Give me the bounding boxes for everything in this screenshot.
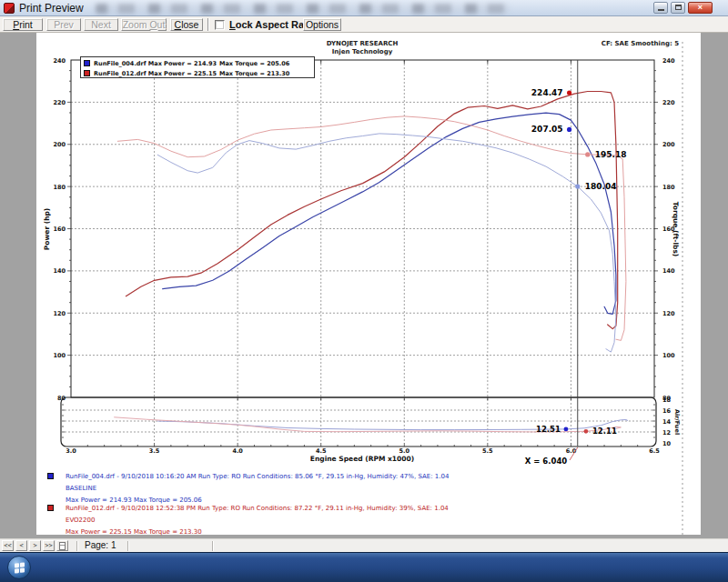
svg-text:140: 140 bbox=[53, 267, 66, 275]
close-preview-button[interactable]: Close bbox=[170, 18, 203, 31]
svg-text:140: 140 bbox=[662, 267, 675, 275]
svg-text:224.47: 224.47 bbox=[531, 88, 563, 97]
start-button[interactable] bbox=[7, 556, 31, 579]
legend-swatch-red bbox=[84, 70, 90, 76]
title-bar: Print Preview × bbox=[0, 0, 728, 16]
windows-flag-icon bbox=[15, 562, 25, 573]
svg-text:16: 16 bbox=[662, 407, 672, 415]
svg-text:3.0: 3.0 bbox=[66, 447, 76, 455]
cursor-x-label: X = 6.040 bbox=[525, 457, 568, 466]
svg-text:12.51: 12.51 bbox=[536, 425, 561, 434]
svg-text:195.18: 195.18 bbox=[595, 150, 627, 159]
close-window-button[interactable]: × bbox=[688, 2, 713, 14]
svg-text:220: 220 bbox=[662, 99, 675, 106]
svg-text:200: 200 bbox=[53, 141, 66, 148]
run-details-text: RunFile_004.drf - 9/10/2018 10:16:20 AM … bbox=[66, 471, 449, 507]
svg-text:180: 180 bbox=[53, 184, 66, 191]
svg-text:3.5: 3.5 bbox=[149, 447, 160, 455]
svg-text:4.0: 4.0 bbox=[232, 447, 243, 455]
next-page-button[interactable]: > bbox=[29, 540, 41, 551]
dyno-chart: DYNOJET RESEARCH Injen Technology CF: SA… bbox=[36, 33, 701, 535]
legend-row-evo2200: RunFile_012.drf Max Power = 225.15 Max T… bbox=[81, 69, 314, 78]
maximize-button[interactable] bbox=[671, 2, 685, 14]
svg-text:100: 100 bbox=[662, 352, 675, 359]
svg-text:18: 18 bbox=[662, 396, 672, 404]
run-swatch-red bbox=[47, 505, 54, 511]
svg-text:160: 160 bbox=[662, 226, 675, 233]
lock-aspect-ratio-checkbox[interactable] bbox=[215, 20, 225, 30]
preview-area: DYNOJET RESEARCH Injen Technology CF: SA… bbox=[0, 33, 728, 538]
run-details-text: RunFile_012.drf - 9/10/2018 12:52:38 PM … bbox=[66, 503, 449, 538]
report-page: DYNOJET RESEARCH Injen Technology CF: SA… bbox=[36, 33, 701, 535]
report-header-line1: DYNOJET RESEARCH bbox=[327, 40, 399, 47]
run-line1: RunFile_004.drf - 9/10/2018 10:16:20 AM … bbox=[66, 471, 449, 483]
run-line2: EVO2200 bbox=[66, 515, 449, 527]
toolbar: Print Prev Next Zoom Out Close Lock Aspe… bbox=[0, 16, 728, 33]
svg-text:180.04: 180.04 bbox=[585, 182, 617, 191]
toolbar-separator bbox=[207, 18, 209, 31]
print-button[interactable]: Print bbox=[3, 18, 43, 31]
statusbar-separator bbox=[212, 541, 214, 551]
prev-page-button[interactable]: < bbox=[15, 540, 27, 551]
correction-smoothing-label: CF: SAE Smoothing: 5 bbox=[602, 40, 679, 47]
x-axis-title: Engine Speed (RPM x1000) bbox=[310, 455, 414, 463]
svg-text:5.5: 5.5 bbox=[482, 447, 493, 455]
statusbar-separator bbox=[76, 541, 78, 551]
run-line3: Max Power = 225.15 Max Torque = 213.30 bbox=[66, 527, 449, 538]
print-preview-window: Print Preview × Print Prev Next Zoom Out… bbox=[0, 0, 728, 582]
last-page-button[interactable]: >> bbox=[43, 540, 55, 551]
window-title: Print Preview bbox=[19, 2, 84, 15]
statusbar-separator bbox=[127, 541, 129, 551]
svg-text:12: 12 bbox=[662, 429, 671, 436]
run-line2: BASELINE bbox=[66, 483, 449, 495]
svg-text:14: 14 bbox=[662, 418, 672, 426]
legend-torque-text: Max Torque = 205.06 bbox=[219, 60, 289, 67]
svg-text:5.0: 5.0 bbox=[399, 447, 410, 455]
svg-text:207.05: 207.05 bbox=[531, 125, 563, 134]
svg-text:6.5: 6.5 bbox=[649, 447, 660, 455]
prev-button[interactable]: Prev bbox=[46, 18, 81, 31]
minimize-button[interactable] bbox=[653, 2, 668, 14]
redacted-title-text bbox=[96, 4, 510, 14]
run-swatch-blue bbox=[47, 473, 54, 479]
svg-text:12.11: 12.11 bbox=[592, 426, 617, 436]
run-line1: RunFile_012.drf - 9/10/2018 12:52:38 PM … bbox=[66, 503, 449, 515]
status-bar: << < > >> Page: 1 bbox=[0, 538, 728, 552]
svg-text:240: 240 bbox=[662, 57, 675, 65]
svg-text:120: 120 bbox=[662, 310, 675, 317]
svg-text:120: 120 bbox=[53, 310, 66, 317]
dynojet-app-icon bbox=[4, 3, 15, 14]
svg-text:240: 240 bbox=[53, 57, 66, 65]
svg-text:100: 100 bbox=[53, 352, 66, 359]
svg-text:180: 180 bbox=[662, 184, 675, 191]
page-icon bbox=[59, 542, 66, 550]
next-button[interactable]: Next bbox=[84, 18, 118, 31]
taskbar: e × 2:59 PM 12/12/2018 bbox=[0, 552, 728, 582]
airfuel-axis-title: Air/Fuel bbox=[673, 409, 681, 435]
svg-text:160: 160 bbox=[53, 226, 66, 233]
options-button[interactable]: Options bbox=[303, 18, 341, 31]
legend-row-baseline: RunFile_004.drf Max Power = 214.93 Max T… bbox=[81, 59, 314, 68]
page-number-label: Page: 1 bbox=[85, 540, 116, 550]
legend-text: RunFile_004.drf Max Power = 214.93 bbox=[94, 60, 217, 67]
svg-text:220: 220 bbox=[53, 99, 66, 106]
legend-text: RunFile_012.drf Max Power = 225.15 bbox=[94, 70, 217, 77]
legend-swatch-blue bbox=[84, 60, 90, 66]
page-icon-button[interactable] bbox=[56, 540, 68, 551]
first-page-button[interactable]: << bbox=[2, 540, 14, 551]
power-axis-title: Power (hp) bbox=[43, 208, 51, 251]
zoom-out-button[interactable]: Zoom Out bbox=[121, 18, 167, 31]
svg-text:10: 10 bbox=[662, 440, 672, 447]
chart-legend: RunFile_004.drf Max Power = 214.93 Max T… bbox=[80, 56, 315, 78]
svg-text:200: 200 bbox=[662, 141, 675, 148]
report-header-line2: Injen Technology bbox=[332, 48, 393, 55]
svg-text:4.5: 4.5 bbox=[316, 447, 327, 455]
legend-torque-text: Max Torque = 213.30 bbox=[219, 70, 289, 77]
